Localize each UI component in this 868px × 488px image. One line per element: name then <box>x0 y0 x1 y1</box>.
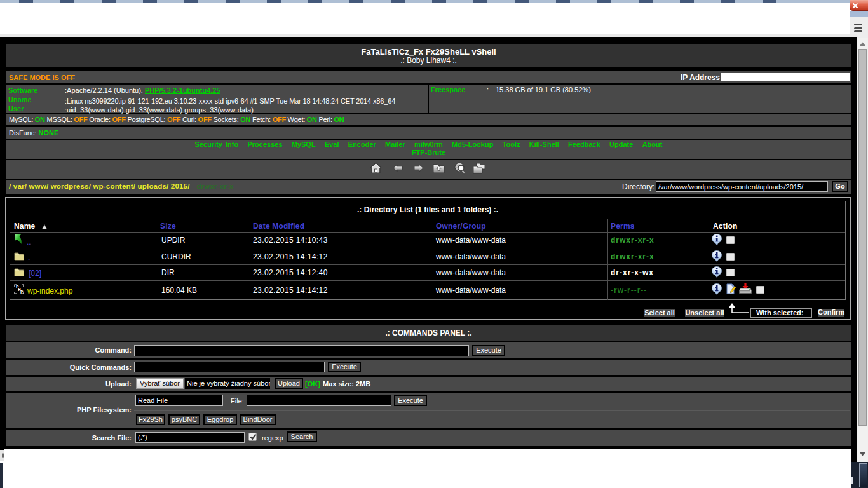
svg-text:P: P <box>20 290 24 295</box>
